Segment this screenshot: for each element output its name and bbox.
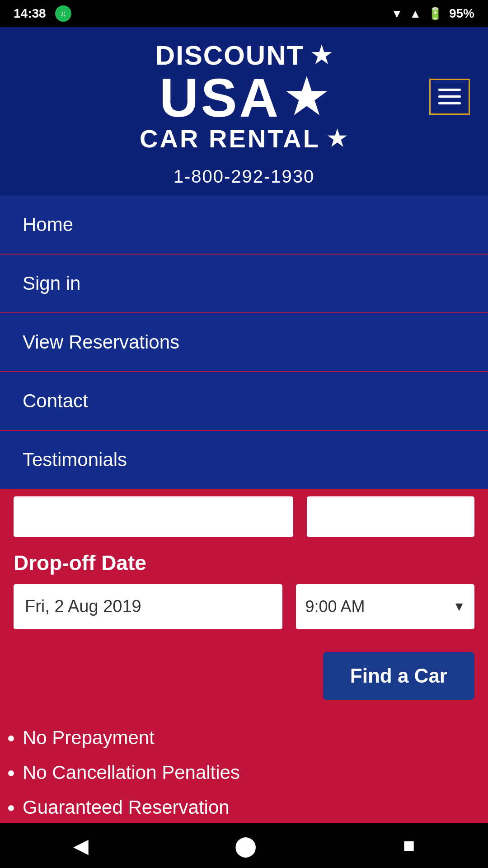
- battery-icon: 🔋: [428, 7, 442, 21]
- logo-text: DISCOUNT ★ USA ★ CAR RENTAL ★: [140, 41, 348, 153]
- benefit-item-2: No Cancellation Penalties: [23, 757, 474, 788]
- android-recent-button[interactable]: ■: [403, 834, 415, 857]
- star-icon-1: ★: [311, 43, 333, 68]
- star-icon-2: ★: [285, 75, 328, 121]
- wifi-icon: ▼: [391, 7, 403, 21]
- nav-menu: Home Sign in View Reservations Contact T…: [0, 196, 488, 490]
- find-car-button[interactable]: Find a Car: [323, 652, 474, 700]
- logo-area: DISCOUNT ★ USA ★ CAR RENTAL ★: [59, 41, 429, 153]
- logo-line2: USA ★: [140, 71, 348, 125]
- find-car-row: Find a Car: [0, 629, 488, 718]
- battery-percent: 95%: [449, 6, 474, 21]
- time-display: 14:38: [14, 6, 46, 21]
- menu-line-3: [438, 102, 461, 104]
- benefit-item-1: No Prepayment: [23, 722, 474, 753]
- main-content: Drop-off Date Fri, 2 Aug 2019 12:00 AM1:…: [0, 490, 488, 868]
- menu-line-2: [438, 95, 461, 98]
- menu-line-1: [438, 89, 461, 91]
- dropoff-date-label: Drop-off Date: [0, 537, 488, 584]
- benefit-item-3: Guaranteed Reservation: [23, 792, 474, 822]
- nav-item-testimonials[interactable]: Testimonials: [0, 431, 488, 490]
- menu-button[interactable]: [429, 79, 470, 115]
- pickup-date-input-partial[interactable]: [14, 496, 293, 537]
- status-bar: 14:38 ♫ ▼ ▲ 🔋 95%: [0, 0, 488, 27]
- nav-item-signin[interactable]: Sign in: [0, 255, 488, 313]
- dropoff-time-wrapper[interactable]: 12:00 AM1:00 AM2:00 AM3:00 AM4:00 AM5:00…: [296, 584, 474, 629]
- phone-number[interactable]: 1-800-292-1930: [0, 162, 488, 196]
- nav-item-home[interactable]: Home: [0, 196, 488, 255]
- dropoff-date-input[interactable]: Fri, 2 Aug 2019: [14, 584, 282, 629]
- logo-line1: DISCOUNT ★: [140, 41, 348, 71]
- dropoff-time-select[interactable]: 12:00 AM1:00 AM2:00 AM3:00 AM4:00 AM5:00…: [305, 584, 465, 629]
- android-home-button[interactable]: ⬤: [235, 834, 257, 857]
- logo-line3: CAR RENTAL ★: [140, 125, 348, 153]
- pickup-date-row-partial: [0, 490, 488, 537]
- android-back-button[interactable]: ◀: [73, 834, 89, 857]
- pickup-time-input-partial[interactable]: [307, 496, 474, 537]
- header-top: DISCOUNT ★ USA ★ CAR RENTAL ★: [0, 27, 488, 162]
- android-nav-bar: ◀ ⬤ ■: [0, 823, 488, 868]
- nav-item-contact[interactable]: Contact: [0, 372, 488, 431]
- star-icon-3: ★: [327, 127, 348, 151]
- status-bar-right: ▼ ▲ 🔋 95%: [391, 6, 474, 21]
- signal-icon: ▲: [409, 7, 421, 21]
- status-bar-left: 14:38 ♫: [14, 5, 71, 22]
- app-header: DISCOUNT ★ USA ★ CAR RENTAL ★ 1-800-292-…: [0, 27, 488, 196]
- dropoff-date-row: Fri, 2 Aug 2019 12:00 AM1:00 AM2:00 AM3:…: [0, 584, 488, 629]
- nav-item-view-reservations[interactable]: View Reservations: [0, 313, 488, 372]
- spotify-icon: ♫: [55, 5, 71, 22]
